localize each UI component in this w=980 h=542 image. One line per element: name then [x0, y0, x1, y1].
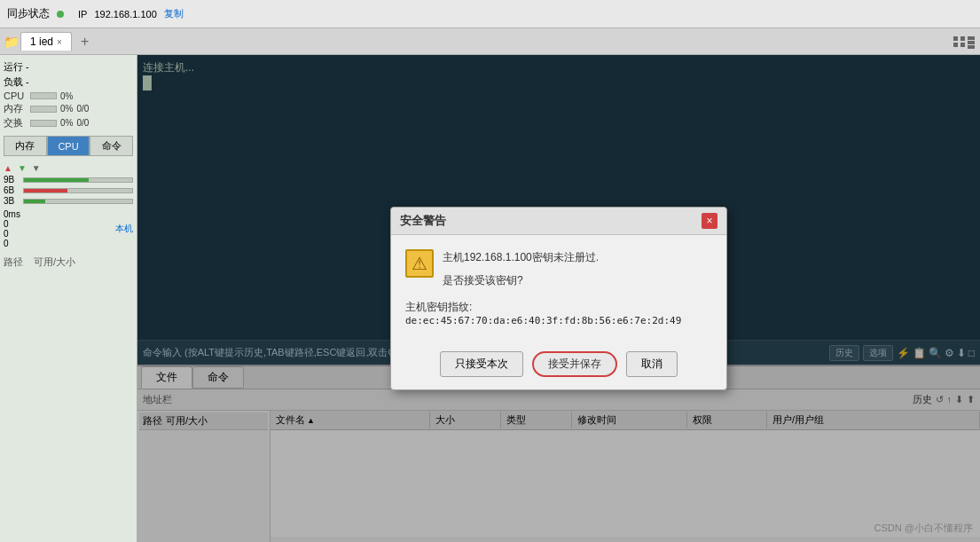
- swap-label: 交换: [4, 116, 28, 130]
- grid-sq1: [953, 36, 958, 41]
- net-bar-bg-1: [23, 177, 133, 183]
- sidebar-tab-command[interactable]: 命令: [90, 136, 133, 156]
- mem-label: 内存: [4, 102, 28, 115]
- accept-save-button[interactable]: 接受并保存: [532, 351, 617, 377]
- local-button[interactable]: 本机: [115, 223, 133, 235]
- net-bar-6b: 6B: [4, 185, 133, 195]
- grid-sq3: [953, 43, 958, 47]
- net-bar-fill-1: [24, 178, 89, 182]
- grid-sq2: [960, 36, 965, 41]
- security-dialog: 安全警告 × ⚠ 主机192.168.1.100密钥未注册过. 是否接受该密钥?: [390, 207, 727, 389]
- tab-item-1ied[interactable]: 1 ied ×: [20, 32, 72, 51]
- mem-ratio: 0/0: [76, 104, 89, 114]
- modal-body: ⚠ 主机192.168.1.100密钥未注册过. 是否接受该密钥? 主机密钥指纹…: [391, 235, 726, 342]
- sync-status-dot: [57, 11, 64, 18]
- cpu-value: 0%: [60, 91, 73, 101]
- list-line1: [968, 36, 975, 40]
- copy-link[interactable]: 复制: [164, 7, 184, 20]
- cancel-button[interactable]: 取消: [626, 351, 678, 377]
- net-bar-bg-3: [23, 199, 133, 204]
- sync-label: 同步状态: [7, 6, 50, 21]
- sidebar: 运行 - 负载 - CPU 0% 内存 0% 0/0 交换 0% 0/0: [0, 55, 137, 542]
- modal-close-button[interactable]: ×: [702, 213, 717, 229]
- mem-row: 内存 0% 0/0: [4, 102, 133, 115]
- swap-ratio: 0/0: [76, 118, 89, 128]
- modal-title-bar: 安全警告 ×: [391, 208, 726, 235]
- fingerprint-label: 主机密钥指纹:: [405, 300, 712, 315]
- swap-value: 0%: [60, 118, 73, 128]
- swap-bar-bg: [30, 120, 57, 127]
- running-label: 运行 -: [4, 60, 29, 74]
- net-bar-fill-3: [24, 200, 45, 203]
- size-col-label: 可用/大小: [34, 255, 75, 269]
- path-col-label: 路径: [4, 255, 23, 269]
- ping-0a: 0: [4, 219, 20, 229]
- net-label-9b: 9B: [4, 175, 21, 185]
- main-layout: 运行 - 负载 - CPU 0% 内存 0% 0/0 交换 0% 0/0: [0, 55, 980, 542]
- ip-value: 192.168.1.100: [94, 9, 156, 20]
- arrow-more-icon: ▼: [32, 163, 41, 173]
- mem-bar-bg: [30, 106, 57, 113]
- cpu-bar-bg: [30, 92, 57, 99]
- tab-add-button[interactable]: +: [74, 31, 96, 52]
- ping-0b: 0: [4, 229, 20, 239]
- sidebar-tabs: 内存 CPU 命令: [4, 136, 133, 156]
- net-arrows: ▲ ▼ ▼: [4, 163, 133, 173]
- accept-once-button[interactable]: 只接受本次: [440, 351, 523, 377]
- view-toggle-icon[interactable]: [953, 35, 975, 49]
- tab-close-icon[interactable]: ×: [57, 37, 62, 47]
- net-section: ▲ ▼ ▼ 9B 6B 3B: [4, 163, 133, 248]
- net-bar-9b: 9B: [4, 175, 133, 185]
- arrow-up-icon: ▲: [4, 163, 12, 173]
- sidebar-tab-cpu[interactable]: CPU: [47, 136, 90, 156]
- net-bar-fill-2: [24, 189, 67, 192]
- net-label-3b: 3B: [4, 196, 21, 206]
- cpu-row: CPU 0%: [4, 90, 133, 101]
- running-row: 运行 -: [4, 60, 133, 74]
- path-header: 路径 可用/大小: [4, 255, 133, 269]
- path-section: 路径 可用/大小: [4, 255, 133, 269]
- modal-question: 是否接受该密钥?: [443, 272, 599, 289]
- ping-section: 0ms 0 0 0: [4, 209, 20, 248]
- content-area: 连接主机... █ 命令输入 (按ALT键提示历史,TAB键路径,ESC键返回,…: [137, 55, 980, 542]
- modal-message-block: 主机192.168.1.100密钥未注册过. 是否接受该密钥?: [443, 249, 599, 288]
- ping-value: 0ms: [4, 209, 20, 219]
- load-label: 负载 -: [4, 75, 29, 89]
- modal-title: 安全警告: [400, 213, 446, 229]
- list-line2: [968, 41, 975, 44]
- modal-warning-row: ⚠ 主机192.168.1.100密钥未注册过. 是否接受该密钥?: [405, 249, 712, 288]
- modal-main-message: 主机192.168.1.100密钥未注册过.: [443, 249, 599, 266]
- arrow-down-icon: ▼: [18, 163, 27, 173]
- fingerprint-value: de:ec:45:67:70:da:e6:40:3f:fd:8b:56:e6:7…: [405, 315, 712, 326]
- warning-symbol: ⚠: [412, 253, 427, 274]
- ping-0c: 0: [4, 239, 20, 248]
- fingerprint-section: 主机密钥指纹: de:ec:45:67:70:da:e6:40:3f:fd:8b…: [405, 300, 712, 326]
- ip-label: IP: [78, 9, 87, 20]
- list-line3: [968, 45, 975, 49]
- swap-row: 交换 0% 0/0: [4, 116, 133, 130]
- warning-icon: ⚠: [405, 249, 434, 278]
- modal-overlay: 安全警告 × ⚠ 主机192.168.1.100密钥未注册过. 是否接受该密钥?: [137, 55, 980, 542]
- load-row: 负载 -: [4, 75, 133, 89]
- modal-buttons: 只接受本次 接受并保存 取消: [391, 342, 726, 389]
- tab-label: 1 ied: [30, 35, 53, 48]
- folder-icon: 📁: [4, 35, 19, 49]
- net-bar-bg-2: [23, 188, 133, 193]
- tab-bar: 📁 1 ied × +: [0, 28, 980, 55]
- net-bars: 9B 6B 3B: [4, 175, 133, 206]
- top-bar: 同步状态 IP 192.168.1.100 复制: [0, 0, 980, 28]
- net-bar-3b: 3B: [4, 196, 133, 206]
- mem-value: 0%: [60, 104, 73, 114]
- cpu-label: CPU: [4, 90, 28, 101]
- net-label-6b: 6B: [4, 185, 21, 195]
- sidebar-tab-memory[interactable]: 内存: [4, 136, 47, 156]
- grid-sq4: [960, 43, 965, 47]
